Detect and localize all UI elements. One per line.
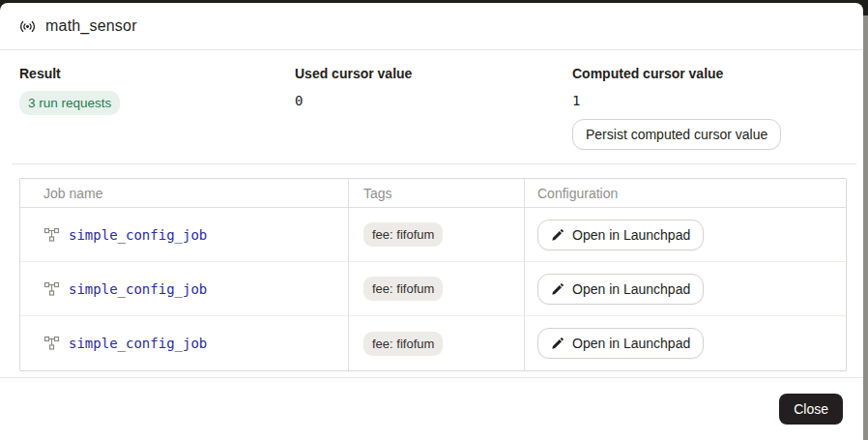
tag-pill: fee: fifofum	[363, 332, 443, 356]
job-name-link[interactable]: simple_config_job	[69, 227, 207, 243]
tag-pill: fee: fifofum	[363, 277, 443, 301]
persist-cursor-button[interactable]: Persist computed cursor value	[572, 119, 781, 150]
job-name-link[interactable]: simple_config_job	[69, 281, 207, 297]
job-name-cell: simple_config_job	[20, 262, 349, 315]
job-icon	[43, 227, 60, 243]
open-in-launchpad-label: Open in Launchpad	[572, 227, 690, 243]
configuration-cell: Open in Launchpad	[525, 208, 846, 261]
dialog-title: math_sensor	[45, 17, 137, 35]
result-label: Result	[19, 66, 295, 81]
computed-cursor-label: Computed cursor value	[572, 66, 844, 81]
table-body: simple_config_jobfee: fifofumOpen in Lau…	[20, 208, 846, 370]
used-cursor-label: Used cursor value	[295, 66, 572, 81]
column-header-tags: Tags	[349, 179, 525, 207]
tags-cell: fee: fifofum	[349, 316, 525, 370]
open-in-launchpad-button[interactable]: Open in Launchpad	[537, 328, 704, 359]
jobs-table: Job name Tags Configuration simple_confi…	[19, 178, 847, 371]
used-cursor-column: Used cursor value 0	[295, 66, 572, 150]
result-column: Result 3 run requests	[19, 66, 295, 150]
close-button[interactable]: Close	[779, 394, 843, 425]
column-header-job-name: Job name	[20, 179, 349, 207]
job-name-cell: simple_config_job	[20, 208, 349, 261]
pencil-icon	[551, 282, 564, 296]
job-name-cell: simple_config_job	[20, 316, 349, 370]
tag-pill: fee: fifofum	[363, 222, 443, 247]
dialog-header: math_sensor	[0, 3, 863, 50]
open-in-launchpad-label: Open in Launchpad	[572, 336, 690, 351]
open-in-launchpad-button[interactable]: Open in Launchpad	[537, 220, 704, 250]
used-cursor-value: 0	[295, 91, 572, 108]
tags-cell: fee: fifofum	[349, 262, 525, 315]
table-row: simple_config_jobfee: fifofumOpen in Lau…	[20, 208, 846, 262]
computed-cursor-column: Computed cursor value 1 Persist computed…	[572, 66, 844, 150]
summary-section: Result 3 run requests Used cursor value …	[0, 50, 863, 163]
configuration-cell: Open in Launchpad	[525, 262, 846, 315]
configuration-cell: Open in Launchpad	[525, 316, 846, 370]
open-in-launchpad-label: Open in Launchpad	[572, 281, 690, 297]
table-row: simple_config_jobfee: fifofumOpen in Lau…	[20, 316, 846, 370]
job-icon	[43, 281, 60, 297]
run-requests-badge: 3 run requests	[19, 91, 120, 115]
table-header-row: Job name Tags Configuration	[20, 179, 846, 208]
dialog-footer: Close	[0, 377, 863, 440]
section-divider	[12, 163, 856, 164]
tags-cell: fee: fifofum	[349, 208, 525, 261]
job-icon	[43, 336, 60, 351]
computed-cursor-value: 1	[572, 91, 844, 108]
table-row: simple_config_jobfee: fifofumOpen in Lau…	[20, 262, 846, 316]
job-name-link[interactable]: simple_config_job	[69, 336, 207, 351]
open-in-launchpad-button[interactable]: Open in Launchpad	[537, 274, 704, 305]
pencil-icon	[551, 337, 564, 350]
column-header-configuration: Configuration	[525, 179, 846, 207]
pencil-icon	[551, 228, 564, 242]
sensor-result-dialog: math_sensor Result 3 run requests Used c…	[0, 3, 863, 440]
sensor-icon	[19, 18, 36, 35]
